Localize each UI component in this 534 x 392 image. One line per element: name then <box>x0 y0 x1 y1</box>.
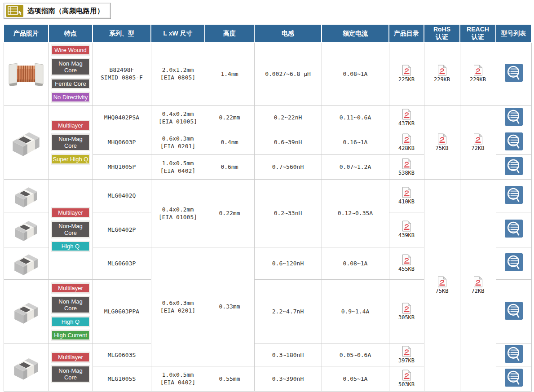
reach-cell-mlg-group: 72KB <box>460 179 496 391</box>
reach-pdf-link[interactable]: 229KB <box>461 65 495 83</box>
catalog-pdf-link[interactable]: 439KB <box>390 220 423 238</box>
rohs-pdf-link[interactable]: 75KB <box>425 276 459 294</box>
pdf-file-icon <box>437 133 447 145</box>
features-mlg-s: Multilayer Non-Mag Core <box>49 344 93 391</box>
pdf-file-icon <box>402 346 411 357</box>
series-mlg0603p: MLG0603P <box>93 247 151 279</box>
inductance-mlg0402-group: 0.2~33nH <box>254 179 322 247</box>
feature-badge-non-mag-core: Non-Mag Core <box>51 296 90 313</box>
size-mlg1005s: 1.0x0.5mm [EIA 0402] <box>151 366 205 391</box>
rohs-pdf-link[interactable]: 229KB <box>425 65 459 83</box>
catalog-cell-mlg1005s: 503KB <box>389 366 424 391</box>
catalog-pdf-link[interactable]: 503KB <box>390 370 423 388</box>
series-b82498f: B82498F SIMID 0805-F <box>93 42 151 105</box>
height-mhq0603p: 0.4mm <box>205 130 254 154</box>
feature-badge-high-q: High Q <box>51 317 90 327</box>
feature-badge-multilayer: Multilayer <box>51 352 90 362</box>
height-mlg1005s: 0.55mm <box>205 366 254 391</box>
size-mhq0402psa: 0.4x0.2mm [EIA 01005] <box>151 105 205 130</box>
model-list-cell-b82498f <box>496 42 531 105</box>
col-header-series: 系列、型 <box>93 24 151 42</box>
magnifier-list-icon <box>505 64 523 82</box>
inductance-mhq0402psa: 0.2~22nH <box>254 105 322 130</box>
wire-wound-inductor-photo <box>7 59 45 88</box>
pdf-file-icon <box>473 276 483 287</box>
height-mlg0603-group: 0.33mm <box>205 247 254 366</box>
reach-pdf-link[interactable]: 72KB <box>461 276 495 294</box>
catalog-pdf-link[interactable]: 437KB <box>390 109 423 127</box>
product-photo-mlg0402p <box>4 212 49 247</box>
inductance-mhq0603p: 0.6~39nH <box>254 130 322 154</box>
series-mlg0402q: MLG0402Q <box>93 179 151 212</box>
catalog-pdf-link[interactable]: 428KB <box>390 133 423 151</box>
inductance-mlg0603s: 0.3~180nH <box>254 344 322 366</box>
height-mhq1005p: 0.6mm <box>205 154 254 179</box>
features-b82498f: Wire Wound Non-Mag Core Ferrite Core No … <box>49 42 93 105</box>
model-list-link[interactable] <box>505 64 523 82</box>
catalog-cell-b82498f: 225KB <box>389 42 424 105</box>
magnifier-list-icon <box>505 132 523 150</box>
rohs-pdf-link[interactable]: 75KB <box>425 133 459 151</box>
series-mlg0603s: MLG0603S <box>93 344 151 366</box>
catalog-pdf-link[interactable]: 305KB <box>390 303 423 321</box>
current-mlg0603p: 0.08~1A <box>322 247 389 279</box>
model-list-cell-mhq0402psa <box>496 105 531 130</box>
multilayer-chip-photo <box>7 127 45 158</box>
current-mlg0402-group: 0.12~0.35A <box>322 179 389 247</box>
product-selection-table: 产品照片 特点 系列、型 L xW 尺寸 高度 电感 额定电流 产品目录 RoH… <box>3 24 532 392</box>
pdf-file-icon <box>402 187 411 198</box>
reach-cell-b82498f: 229KB <box>460 42 496 105</box>
height-b82498f: 1.4mm <box>205 42 254 105</box>
magnifier-list-icon <box>505 186 523 204</box>
series-mlg1005s: MLG1005S <box>93 366 151 391</box>
page-title-box: 选项指南（高频电路用） <box>4 3 111 19</box>
model-list-link[interactable] <box>505 302 523 320</box>
reach-cell-mhq-group: 72KB <box>460 105 496 179</box>
col-header-inductance: 电感 <box>254 24 322 42</box>
feature-badge-multilayer: Multilayer <box>51 120 90 131</box>
pdf-file-icon <box>402 220 411 232</box>
product-photo-mlg0402q <box>4 179 49 212</box>
model-list-link[interactable] <box>505 220 523 238</box>
model-list-cell-mhq1005p <box>496 154 531 179</box>
catalog-pdf-link[interactable]: 455KB <box>390 254 423 272</box>
catalog-pdf-link[interactable]: 410KB <box>390 187 423 205</box>
pdf-file-icon <box>437 65 447 76</box>
model-list-link[interactable] <box>505 345 523 363</box>
features-mlg0603ppa: Multilayer Non-Mag Core High Q High Curr… <box>49 279 93 344</box>
model-list-cell-mlg0603ppa <box>496 279 531 344</box>
size-mlg0603-group: 0.6x0.3mm [EIA 0201] <box>151 247 205 366</box>
catalog-cell-mhq0603p: 428KB <box>389 130 424 154</box>
model-list-link[interactable] <box>505 132 523 150</box>
col-header-features: 特点 <box>49 24 93 42</box>
product-photo-mlg-s <box>4 344 49 391</box>
height-mhq0402psa: 0.22mm <box>205 105 254 130</box>
model-list-link[interactable] <box>505 157 523 175</box>
features-mhq: Multilayer Non-Mag Core Super High Q <box>49 105 93 179</box>
col-header-catalog: 产品目录 <box>389 24 424 42</box>
model-list-link[interactable] <box>505 369 523 387</box>
model-list-cell-mlg0402q <box>496 179 531 212</box>
catalog-cell-mhq1005p: 538KB <box>389 154 424 179</box>
current-mlg1005s: 0.05~1A <box>322 366 389 391</box>
series-mlg0603ppa: MLG0603PPA <box>93 279 151 344</box>
model-list-link[interactable] <box>505 253 523 271</box>
pdf-file-icon <box>402 254 411 265</box>
selection-guide-hand-icon <box>6 5 23 17</box>
product-photo-mlg0603p <box>4 247 49 279</box>
pdf-file-icon <box>402 109 411 120</box>
catalog-pdf-link[interactable]: 225KB <box>390 65 423 83</box>
feature-badge-non-mag-core: Non-Mag Core <box>51 58 90 75</box>
series-mlg0402p: MLG0402P <box>93 212 151 247</box>
model-list-link[interactable] <box>505 108 523 126</box>
catalog-pdf-link[interactable]: 397KB <box>390 346 423 364</box>
col-header-model-list: 型号列表 <box>496 24 531 42</box>
model-list-cell-mhq0603p <box>496 130 531 154</box>
size-mhq1005p: 1.0x0.5mm [EIA 0402] <box>151 154 205 179</box>
catalog-cell-mlg0402p: 439KB <box>389 212 424 247</box>
reach-pdf-link[interactable]: 72KB <box>461 133 495 151</box>
feature-badge-wire-wound: Wire Wound <box>51 45 90 55</box>
model-list-link[interactable] <box>505 186 523 204</box>
catalog-pdf-link[interactable]: 538KB <box>390 158 423 176</box>
inductance-mlg1005s: 0.3~390nH <box>254 366 322 391</box>
